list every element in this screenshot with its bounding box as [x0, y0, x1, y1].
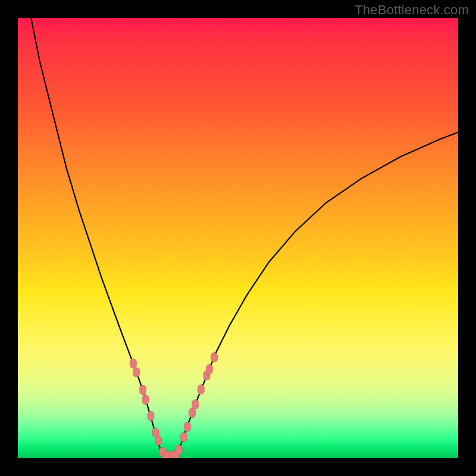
overlay-dot [198, 385, 204, 394]
overlay-dot [206, 365, 212, 374]
chart-frame: TheBottleneck.com [0, 0, 476, 476]
overlay-dot [176, 445, 182, 455]
watermark-text: TheBottleneck.com [355, 2, 469, 18]
overlay-dot [148, 411, 154, 421]
plot-area [18, 18, 458, 458]
overlay-dot [211, 353, 218, 362]
overlay-dot [192, 400, 199, 409]
overlay-dot [184, 422, 190, 431]
overlay-dot [180, 432, 187, 441]
overlay-dot [189, 408, 196, 418]
overlay-dots [130, 353, 217, 458]
overlay-dot [133, 368, 140, 377]
curve-right-arm [176, 132, 458, 456]
overlay-dot [142, 395, 149, 405]
overlay-dot [140, 385, 146, 394]
overlay-dot [130, 359, 136, 368]
overlay-dot [155, 436, 162, 445]
curves-svg [18, 18, 458, 458]
